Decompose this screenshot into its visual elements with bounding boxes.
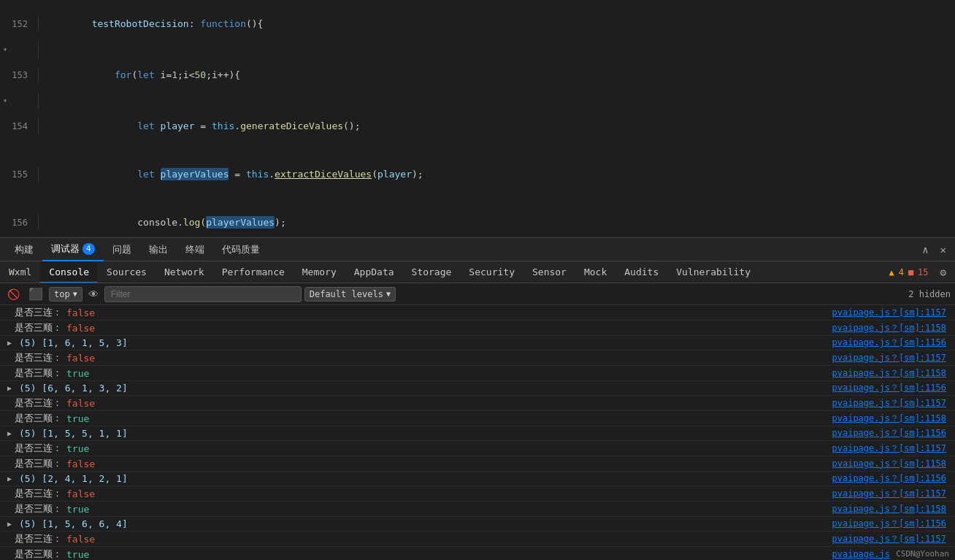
dtab-security[interactable]: Security <box>460 261 523 283</box>
dtab-audits[interactable]: Audits <box>615 261 667 283</box>
console-array-14: (5) [1, 5, 6, 6, 4] <box>19 518 128 529</box>
dtab-mock[interactable]: Mock <box>575 261 615 283</box>
console-source-12[interactable]: pvaipage.js？[sm]:1157 <box>832 488 956 500</box>
console-source-1[interactable]: pvaipage.js？[sm]:1158 <box>832 322 956 334</box>
console-source-15[interactable]: pvaipage.js？[sm]:1157 <box>832 533 956 545</box>
token: 1 <box>172 69 177 80</box>
line-gutter-153: 153 <box>0 67 39 83</box>
dtab-storage[interactable]: Storage <box>403 261 461 283</box>
token: for <box>115 69 131 80</box>
dtab-vulnerability[interactable]: Vulnerability <box>667 261 759 283</box>
token: function <box>200 18 246 29</box>
console-value-16: true <box>66 549 89 560</box>
dtab-sensor-label: Sensor <box>532 266 567 277</box>
tab-terminal[interactable]: 终端 <box>177 238 213 261</box>
console-row-7: 是否三顺： true pvaipage.js？[sm]:1158 <box>0 411 955 426</box>
dtab-audits-label: Audits <box>624 266 659 277</box>
console-row-2: ▶ (5) [1, 6, 1, 5, 3] pvaipage.js？[sm]:1… <box>0 336 955 350</box>
tab-issues[interactable]: 问题 <box>104 238 140 261</box>
console-source-5[interactable]: pvaipage.js？[sm]:1156 <box>832 382 956 394</box>
console-row-content-2: ▶ (5) [1, 6, 1, 5, 3] <box>0 337 832 348</box>
console-row-8: ▶ (5) [1, 5, 5, 1, 1] pvaipage.js？[sm]:1… <box>0 426 955 441</box>
close-panel-icon[interactable]: ✕ <box>937 242 949 257</box>
console-row-content-0: 是否三连： false <box>0 306 832 319</box>
console-label-9: 是否三连： <box>15 442 62 455</box>
console-output[interactable]: 是否三连： false pvaipage.js？[sm]:1157 是否三顺： … <box>0 305 955 560</box>
expand-arrow-5[interactable]: ▶ <box>4 384 15 392</box>
stop-on-exception-button[interactable]: ⬛ <box>26 287 46 302</box>
line-num-156: 156 <box>10 215 32 231</box>
code-lines: 152 testRobotDecision: function(){ ▾ 153… <box>0 0 955 237</box>
token: (){ <box>246 18 263 29</box>
console-source-8[interactable]: pvaipage.js？[sm]:1156 <box>832 427 956 440</box>
console-row-content-14: ▶ (5) [1, 5, 6, 6, 4] <box>0 518 832 529</box>
console-source-3[interactable]: pvaipage.js？[sm]:1157 <box>832 352 956 364</box>
dtab-console[interactable]: Console <box>40 261 98 283</box>
console-label-7: 是否三顺： <box>15 412 62 425</box>
dtab-wxml[interactable]: Wxml <box>0 261 40 283</box>
console-source-14[interactable]: pvaipage.js？[sm]:1156 <box>832 518 956 530</box>
level-dropdown-icon: ▼ <box>386 290 391 298</box>
console-source-0[interactable]: pvaipage.js？[sm]:1157 <box>832 307 956 319</box>
dtab-sources[interactable]: Sources <box>98 261 156 283</box>
tab-build[interactable]: 构建 <box>6 238 42 261</box>
tab-codequality[interactable]: 代码质量 <box>213 238 269 261</box>
filter-input[interactable] <box>104 286 302 302</box>
tab-debugger-badge: 4 <box>83 243 95 255</box>
console-source-9[interactable]: pvaipage.js？[sm]:1157 <box>832 442 956 455</box>
tab-debugger-label: 调试器 <box>51 237 80 261</box>
console-source-6[interactable]: pvaipage.js？[sm]:1157 <box>832 397 956 410</box>
console-row-15: 是否三连： false pvaipage.js？[sm]:1157 <box>0 532 955 547</box>
console-label-15: 是否三连： <box>15 532 62 545</box>
line-content-152: testRobotDecision: function(){ <box>39 0 263 48</box>
context-selector[interactable]: top ▼ <box>49 287 83 302</box>
console-row-9: 是否三连： true pvaipage.js？[sm]:1157 <box>0 441 955 456</box>
warning-count[interactable]: 4 <box>899 267 904 277</box>
console-source-2[interactable]: pvaipage.js？[sm]:1156 <box>832 337 956 349</box>
level-selector[interactable]: Default levels ▼ <box>304 287 396 302</box>
console-row-content-16: 是否三顺： true <box>0 548 832 560</box>
expand-arrow-11[interactable]: ▶ <box>4 475 15 483</box>
dtab-performance[interactable]: Performance <box>213 261 294 283</box>
console-label-1: 是否三顺： <box>15 321 62 334</box>
dtab-appdata[interactable]: AppData <box>345 261 403 283</box>
clear-console-button[interactable]: 🚫 <box>4 288 23 301</box>
error-count[interactable]: 15 <box>918 267 928 277</box>
tab-debugger[interactable]: 调试器 4 <box>42 238 104 261</box>
tab-build-label: 构建 <box>15 244 34 255</box>
line-gutter-156: 156 <box>0 215 39 231</box>
token: playerValues <box>161 169 229 180</box>
expand-arrow-8[interactable]: ▶ <box>4 429 15 437</box>
token: generateDiceValues <box>240 120 343 131</box>
token: ); <box>412 169 423 180</box>
console-source-10[interactable]: pvaipage.js？[sm]:1158 <box>832 458 956 470</box>
console-label-4: 是否三顺： <box>15 367 62 380</box>
devtools-panel: 构建 调试器 4 问题 输出 终端 代码质量 ∧ ✕ Wxml Console <box>0 237 955 560</box>
collapse-icon[interactable]: ∧ <box>919 242 931 257</box>
dtab-vulnerability-label: Vulnerability <box>676 266 751 277</box>
eye-filter-button[interactable]: 👁 <box>85 288 101 301</box>
console-row-content-9: 是否三连： true <box>0 442 832 455</box>
settings-icon[interactable]: ⚙ <box>937 265 949 280</box>
token <box>92 169 138 180</box>
console-source-11[interactable]: pvaipage.js？[sm]:1156 <box>832 472 956 485</box>
expand-arrow-2[interactable]: ▶ <box>4 339 15 347</box>
expand-arrow-14[interactable]: ▶ <box>4 520 15 528</box>
watermark-text: CSDN@Yoohan <box>896 549 949 559</box>
console-source-7[interactable]: pvaipage.js？[sm]:1158 <box>832 413 956 425</box>
console-row-content-13: 是否三顺： true <box>0 502 832 515</box>
console-row-content-4: 是否三顺： true <box>0 367 832 380</box>
token: player <box>377 169 412 180</box>
dtab-sensor[interactable]: Sensor <box>523 261 575 283</box>
console-source-4[interactable]: pvaipage.js？[sm]:1158 <box>832 367 956 380</box>
token: let <box>137 69 154 80</box>
line-num-155: 155 <box>10 166 32 183</box>
console-source-13[interactable]: pvaipage.js？[sm]:1158 <box>832 503 956 515</box>
dtab-sources-label: Sources <box>107 266 147 277</box>
line-num-153: 153 <box>10 67 32 83</box>
dtab-network[interactable]: Network <box>156 261 213 283</box>
console-value-4: true <box>66 368 89 379</box>
tab-output[interactable]: 输出 <box>140 238 177 261</box>
token: ( <box>372 169 377 180</box>
dtab-memory[interactable]: Memory <box>294 261 345 283</box>
